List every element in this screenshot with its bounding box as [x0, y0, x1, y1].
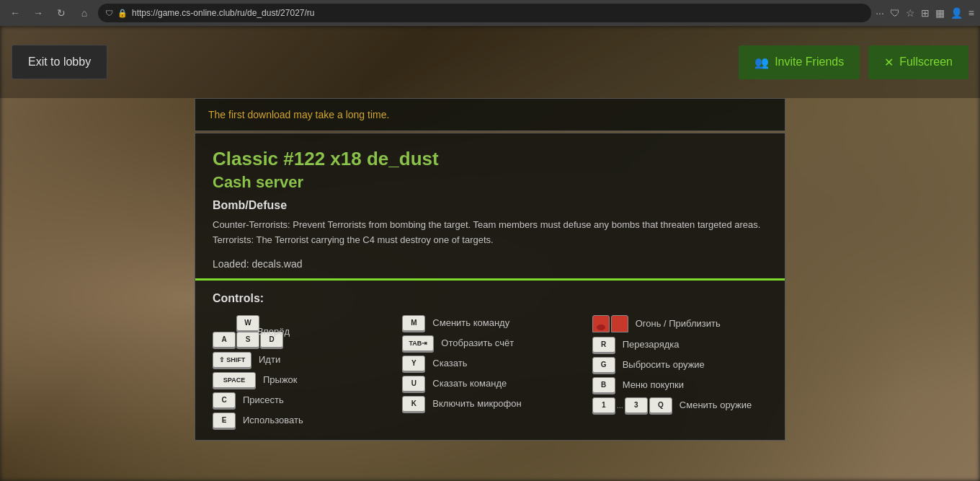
control-label-team: Сменить команду — [432, 317, 509, 328]
more-icon[interactable]: ··· — [876, 7, 884, 19]
fullscreen-label: Fullscreen — [899, 56, 953, 69]
control-item: ⇧ SHIFT Идти — [213, 352, 388, 368]
control-label-switch-weapon: Сменить оружие — [680, 400, 752, 410]
control-item: 1 ... 3 Q Сменить оружие — [592, 397, 767, 413]
key-s: S — [236, 332, 259, 348]
key-a: A — [213, 332, 236, 348]
wasd-key: W A S D — [213, 315, 250, 348]
lock-icon: 🔒 — [117, 9, 128, 18]
control-label-say: Сказать — [432, 358, 467, 369]
k-key: K — [402, 396, 425, 412]
game-description: Counter-Terrorists: Prevent Terrorists f… — [213, 218, 767, 248]
shield-check-icon[interactable]: 🛡 — [890, 7, 900, 19]
forward-button[interactable]: → — [29, 4, 48, 22]
control-label-walk: Идти — [259, 354, 280, 365]
control-label-use: Использовать — [243, 415, 303, 425]
number-keys: 1 ... 3 Q — [592, 397, 672, 413]
people-icon: 👥 — [754, 56, 769, 69]
server-subtitle: Cash server — [213, 173, 767, 192]
control-label-mic: Включить микрофон — [432, 398, 521, 409]
notice-bar: The first download may take a long time. — [195, 98, 785, 131]
control-item: R Перезарядка — [592, 337, 767, 353]
topbar-right-buttons: 👥 Invite Friends ✕ Fullscreen — [739, 45, 968, 79]
control-label-forward: Вперёд — [257, 326, 290, 337]
control-item: Огонь / Приблизить — [592, 315, 767, 332]
control-item: G Выбросить оружие — [592, 357, 767, 373]
main-panel: The first download may take a long time.… — [195, 98, 785, 441]
reload-button[interactable]: ↻ — [52, 4, 71, 22]
controls-col3: Огонь / Приблизить R Перезарядка G Выбро… — [592, 315, 767, 433]
control-item: W A S D Вперёд — [213, 315, 388, 348]
grid-icon[interactable]: ▦ — [935, 7, 945, 19]
menu-icon[interactable]: ≡ — [968, 7, 974, 19]
browser-chrome: ← → ↻ ⌂ 🛡 🔒 https://game.cs-online.club/… — [0, 0, 980, 26]
url-text: https://game.cs-online.club/ru/de_dust/2… — [132, 8, 864, 18]
control-label-say-team: Сказать команде — [432, 378, 507, 389]
key-3: 3 — [625, 397, 648, 413]
bookmark-icon[interactable]: ☆ — [906, 7, 915, 19]
fullscreen-icon: ✕ — [884, 56, 894, 69]
key-1: 1 — [592, 397, 615, 413]
shield-icon: 🛡 — [105, 9, 113, 17]
invite-friends-button[interactable]: 👥 Invite Friends — [739, 45, 860, 79]
loaded-text: Loaded: decals.wad — [213, 258, 767, 270]
control-label-scoreboard: Отобразить счёт — [441, 337, 514, 348]
shift-key: ⇧ SHIFT — [213, 352, 251, 368]
invite-friends-label: Invite Friends — [775, 56, 844, 69]
control-item: SPACE Прыжок — [213, 372, 388, 388]
server-title: Classic #122 x18 de_dust — [213, 148, 767, 170]
control-item: E Использовать — [213, 412, 388, 428]
r-key: R — [592, 337, 615, 353]
exit-lobby-button[interactable]: Exit to lobby — [12, 45, 107, 79]
control-item: Y Сказать — [402, 356, 577, 371]
control-item: B Меню покупки — [592, 377, 767, 393]
control-label-drop: Выбросить оружие — [623, 359, 705, 370]
control-label-reload: Перезарядка — [623, 339, 680, 350]
control-label-jump: Прыжок — [263, 374, 298, 385]
extensions-icon[interactable]: ⊞ — [921, 7, 930, 19]
control-label-crouch: Присесть — [243, 394, 284, 405]
space-key: SPACE — [213, 372, 256, 388]
c-key: C — [213, 392, 236, 408]
game-mode: Bomb/Defuse — [213, 199, 767, 212]
user-icon[interactable]: 👤 — [950, 7, 963, 19]
fullscreen-button[interactable]: ✕ Fullscreen — [868, 45, 968, 79]
b-key: B — [592, 377, 615, 393]
notice-text: The first download may take a long time. — [208, 109, 389, 120]
control-item: K Включить микрофон — [402, 396, 577, 412]
controls-grid: W A S D Вперёд ⇧ SHIFT — [213, 315, 767, 433]
game-area: Exit to lobby 👥 Invite Friends ✕ Fullscr… — [0, 26, 980, 481]
control-item: U Сказать команде — [402, 376, 577, 392]
mouse-buttons — [592, 315, 628, 332]
control-label-buy: Меню покупки — [623, 379, 684, 390]
e-key: E — [213, 412, 236, 428]
info-panel: Classic #122 x18 de_dust Cash server Bom… — [195, 133, 785, 441]
right-mouse — [611, 315, 628, 332]
controls-title: Controls: — [213, 292, 767, 305]
browser-toolbar: ← → ↻ ⌂ 🛡 🔒 https://game.cs-online.club/… — [0, 0, 980, 26]
key-q: Q — [649, 397, 672, 413]
control-item: TAB⇥ Отобразить счёт — [402, 335, 577, 351]
controls-section: Controls: W A S — [213, 281, 767, 440]
control-item: M Сменить команду — [402, 315, 577, 331]
g-key: G — [592, 357, 615, 373]
home-button[interactable]: ⌂ — [75, 4, 94, 22]
game-topbar: Exit to lobby 👥 Invite Friends ✕ Fullscr… — [0, 26, 980, 98]
controls-col1: W A S D Вперёд ⇧ SHIFT — [213, 315, 388, 433]
control-label-fire: Огонь / Приблизить — [636, 318, 721, 329]
control-item: C Присесть — [213, 392, 388, 408]
back-button[interactable]: ← — [6, 4, 24, 22]
left-mouse — [592, 315, 610, 332]
address-bar[interactable]: 🛡 🔒 https://game.cs-online.club/ru/de_du… — [98, 4, 871, 22]
m-key: M — [402, 315, 425, 331]
toolbar-right: ··· 🛡 ☆ ⊞ ▦ 👤 ≡ — [876, 7, 974, 19]
u-key: U — [402, 376, 425, 392]
y-key: Y — [402, 356, 425, 371]
key-w: W — [236, 315, 259, 331]
tab-key: TAB⇥ — [402, 335, 434, 351]
controls-col2: M Сменить команду TAB⇥ Отобразить счёт Y… — [402, 315, 577, 433]
